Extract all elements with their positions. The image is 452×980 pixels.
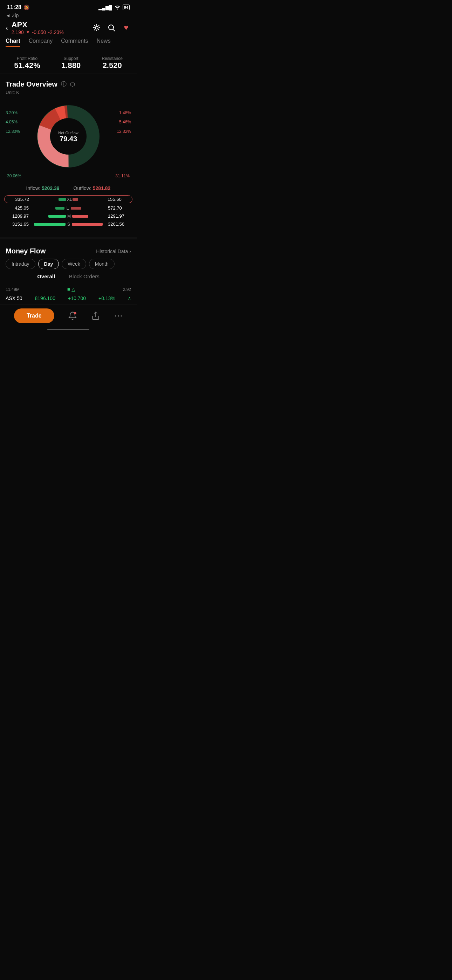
metrics-row: Profit Ratio 51.42% Support 1.880 Resist… [0, 51, 137, 74]
trade-overview-title: Trade Overview [6, 80, 57, 88]
wifi-icon [114, 5, 121, 11]
chart-left-val: 11.49M [6, 287, 20, 292]
money-flow-header: Money Flow Historical Data › [0, 242, 137, 259]
search-button[interactable] [107, 23, 116, 33]
historical-data-button[interactable]: Historical Data › [96, 248, 131, 254]
alert-button[interactable] [68, 311, 77, 320]
metric-value-0: 51.42% [14, 61, 40, 70]
info-icon[interactable]: ⓘ [61, 81, 67, 88]
asx-arrow-icon: ∧ [128, 296, 131, 301]
inflow-value: 5202.39 [42, 185, 60, 191]
metric-profit-ratio: Profit Ratio 51.42% [14, 56, 40, 70]
size-right-1: 572.70 [108, 205, 132, 211]
stock-price: 2.190 [11, 29, 24, 35]
outflow-label: Outflow: 5281.82 [73, 185, 111, 191]
size-left-0: 335.72 [5, 197, 29, 202]
metric-label-1: Support [61, 56, 81, 61]
size-left-3: 3151.65 [4, 221, 29, 227]
tab-day[interactable]: Day [38, 259, 59, 269]
asx-label: ASX 50 [6, 296, 22, 301]
chart-right-val: 2.92 [123, 287, 131, 292]
price-change: -0.050 [32, 29, 46, 35]
historical-data-label: Historical Data [96, 248, 128, 254]
metric-support: Support 1.880 [61, 56, 81, 70]
svg-point-17 [74, 312, 77, 314]
tab-month[interactable]: Month [89, 259, 115, 269]
home-indicator [0, 326, 137, 332]
tab-chart[interactable]: Chart [6, 38, 20, 47]
asx-change: +10.700 [68, 296, 86, 301]
ticker-symbol: APX [11, 20, 64, 29]
time-tabs: Intraday Day Week Month [0, 259, 137, 274]
tab-company[interactable]: Company [29, 38, 53, 47]
share-nav-button[interactable] [91, 311, 100, 320]
svg-text:79.43: 79.43 [60, 135, 77, 143]
tab-comments[interactable]: Comments [61, 38, 88, 47]
tab-week[interactable]: Week [62, 259, 86, 269]
price-arrow-icon: ▼ [26, 30, 30, 35]
outflow-value: 5281.82 [93, 185, 111, 191]
flow-summary: Inflow: 5202.39 Outflow: 5281.82 [0, 182, 137, 195]
asx-row: ASX 50 8196.100 +10.700 +0.13% ∧ [0, 294, 137, 303]
tab-news[interactable]: News [97, 38, 111, 47]
size-bars-2: M [29, 214, 108, 219]
bell-muted-icon: 🔕 [24, 5, 29, 10]
section-divider [0, 237, 137, 239]
donut-chart: Net Outflow 79.43 [3, 98, 134, 177]
more-button[interactable]: ⋯ [114, 311, 123, 321]
tab-block-orders[interactable]: Block Orders [69, 274, 100, 279]
metric-label-2: Resistance [102, 56, 122, 61]
stock-header: ‹ APX 2.190 ▼ -0.050 -2.23% ♥ [0, 19, 137, 38]
metric-resistance: Resistance 2.520 [102, 56, 122, 70]
back-button[interactable]: ‹ [6, 24, 8, 32]
favorite-button[interactable]: ♥ [121, 23, 131, 33]
metric-value-2: 2.520 [102, 61, 122, 70]
price-change-pct: -2.23% [48, 29, 64, 35]
main-tabs: Chart Company Comments News [0, 38, 137, 51]
size-row-2: 1289.97 M 1291.97 [4, 213, 132, 219]
time-display: 11:28 [7, 4, 21, 11]
svg-line-2 [113, 29, 115, 32]
status-right: ▂▄▆█ 94 [99, 5, 130, 11]
unit-label: Unit: K [0, 90, 137, 98]
header-icons: ♥ [92, 23, 131, 33]
chevron-right-icon: › [129, 248, 131, 254]
metric-label-0: Profit Ratio [14, 56, 40, 61]
header-left: ‹ APX 2.190 ▼ -0.050 -2.23% [6, 20, 64, 35]
asx-price: 8196.100 [35, 296, 56, 301]
donut-svg: Net Outflow 79.43 [33, 101, 103, 172]
size-table: 335.72 XL 155.60 425.05 L 572.70 1289.97… [0, 195, 137, 235]
mini-chart: 11.49M ■ △ 2.92 [0, 283, 137, 294]
status-time: 11:28 🔕 [7, 4, 29, 11]
order-tabs: Overall Block Orders [0, 274, 137, 283]
size-row-1: 425.05 L 572.70 [4, 205, 132, 211]
metric-value-1: 1.880 [61, 61, 81, 70]
size-right-2: 1291.97 [108, 213, 132, 219]
svg-point-0 [95, 26, 98, 29]
size-bars-0: XL [29, 197, 108, 202]
money-flow-title: Money Flow [6, 247, 46, 255]
price-row: 2.190 ▼ -0.050 -2.23% [11, 29, 64, 35]
asx-pct: +0.13% [99, 296, 115, 301]
bottom-nav: Trade ⋯ [0, 305, 137, 326]
size-right-3: 3261.56 [108, 221, 132, 227]
home-bar [47, 329, 89, 330]
back-label: ◄ Zip [6, 13, 19, 18]
back-bar: ◄ Zip [0, 12, 137, 19]
donut-chart-area: 3.20% 4.05% 12.30% 1.48% 5.46% 12.32% [3, 98, 134, 178]
battery-indicator: 94 [123, 5, 130, 10]
refresh-button[interactable] [92, 23, 102, 33]
size-bars-3: S [29, 222, 108, 227]
inflow-label: Inflow: 5202.39 [26, 185, 60, 191]
size-right-0: 155.60 [108, 197, 132, 202]
size-left-1: 425.05 [4, 205, 29, 211]
trade-button[interactable]: Trade [14, 309, 54, 323]
status-bar: 11:28 🔕 ▂▄▆█ 94 [0, 0, 137, 12]
tab-overall[interactable]: Overall [37, 274, 55, 279]
tab-intraday[interactable]: Intraday [6, 259, 35, 269]
svg-point-1 [108, 25, 113, 30]
stock-info: APX 2.190 ▼ -0.050 -2.23% [11, 20, 64, 35]
chart-icons: ■ △ [67, 286, 75, 292]
size-row-0: 335.72 XL 155.60 [4, 195, 132, 203]
share-icon[interactable]: ⬡ [70, 81, 75, 88]
